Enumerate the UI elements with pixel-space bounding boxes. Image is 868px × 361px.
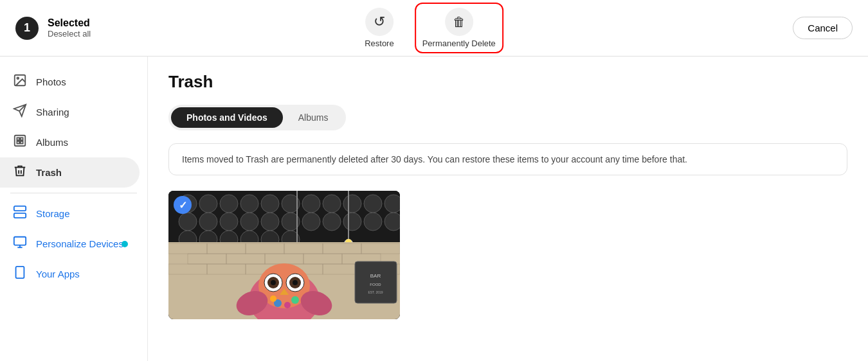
- svg-rect-9: [14, 206, 26, 211]
- tab-albums[interactable]: Albums: [283, 107, 344, 128]
- sidebar-photos-label: Photos: [36, 76, 66, 87]
- permanently-delete-label: Permanently Delete: [422, 39, 496, 48]
- svg-point-85: [291, 296, 299, 304]
- svg-rect-5: [17, 137, 19, 140]
- svg-point-39: [343, 213, 361, 231]
- sidebar-trash-label: Trash: [36, 167, 62, 178]
- svg-point-78: [271, 280, 276, 285]
- svg-point-22: [220, 195, 238, 213]
- photos-grid: ✓: [168, 191, 847, 319]
- main-layout: Photos Sharing Albums Trash Storage: [0, 57, 868, 361]
- svg-text:FOOD: FOOD: [370, 283, 381, 286]
- deselect-all-link[interactable]: Deselect all: [48, 29, 91, 39]
- svg-point-30: [384, 195, 400, 213]
- svg-point-24: [261, 195, 279, 213]
- svg-rect-10: [14, 213, 26, 218]
- permanently-delete-button[interactable]: 🗑 Permanently Delete: [422, 8, 496, 48]
- svg-point-23: [240, 195, 258, 213]
- sidebar-item-sharing[interactable]: Sharing: [0, 97, 140, 127]
- sidebar-item-trash[interactable]: Trash: [0, 157, 140, 188]
- sidebar-sharing-label: Sharing: [36, 107, 69, 118]
- selection-checkmark: ✓: [174, 196, 192, 214]
- trash-icon-circle: 🗑: [445, 8, 473, 36]
- svg-rect-6: [21, 137, 23, 140]
- tabs-container: Photos and Videos Albums: [168, 105, 346, 130]
- svg-point-35: [261, 213, 279, 231]
- sidebar-item-albums[interactable]: Albums: [0, 127, 140, 157]
- sidebar-albums-label: Albums: [36, 137, 68, 148]
- svg-point-79: [293, 280, 298, 285]
- sidebar-item-storage[interactable]: Storage: [0, 198, 140, 229]
- sidebar-apps-label: Your Apps: [36, 269, 80, 279]
- svg-point-31: [179, 213, 197, 231]
- storage-icon: [13, 205, 27, 222]
- toolbar-actions: ↺ Restore 🗑 Permanently Delete: [365, 3, 503, 53]
- restore-icon: ↺: [374, 13, 385, 30]
- sidebar-divider: [10, 193, 137, 193]
- svg-rect-8: [21, 141, 23, 144]
- toolbar: 1 Selected Deselect all ↺ Restore 🗑 Perm…: [0, 0, 868, 57]
- selected-label: Selected: [48, 17, 91, 29]
- sharing-icon: [13, 103, 27, 121]
- svg-point-29: [364, 195, 382, 213]
- photo-thumbnail: BAR FOOD EST. 2019: [168, 191, 400, 319]
- svg-rect-7: [17, 141, 19, 144]
- selected-info: Selected Deselect all: [48, 17, 91, 39]
- cancel-button[interactable]: Cancel: [793, 17, 853, 39]
- albums-icon: [13, 134, 27, 151]
- personalize-icon: [13, 235, 27, 252]
- sidebar-item-photos[interactable]: Photos: [0, 67, 140, 97]
- info-banner: Items moved to Trash are permanently del…: [168, 143, 847, 175]
- sidebar-item-apps[interactable]: Your Apps: [0, 259, 140, 289]
- trash-icon: 🗑: [453, 15, 466, 30]
- svg-point-41: [384, 213, 400, 231]
- svg-text:EST. 2019: EST. 2019: [368, 290, 383, 294]
- sidebar: Photos Sharing Albums Trash Storage: [0, 57, 148, 361]
- page-title: Trash: [168, 72, 847, 92]
- svg-point-28: [343, 195, 361, 213]
- trash-sidebar-icon: [13, 164, 27, 181]
- tab-photos-videos[interactable]: Photos and Videos: [171, 107, 283, 128]
- svg-point-33: [220, 213, 238, 231]
- photo-item[interactable]: ✓: [168, 191, 400, 319]
- svg-point-40: [364, 213, 382, 231]
- svg-point-21: [199, 195, 217, 213]
- sidebar-storage-label: Storage: [36, 208, 70, 219]
- svg-rect-13: [14, 237, 26, 245]
- svg-point-84: [284, 302, 291, 308]
- svg-point-86: [270, 295, 276, 302]
- sidebar-item-personalize[interactable]: Personalize Devices: [0, 229, 140, 259]
- svg-point-34: [240, 213, 258, 231]
- selected-count-badge: 1: [15, 17, 39, 40]
- permanently-delete-wrapper: 🗑 Permanently Delete: [415, 3, 503, 53]
- svg-point-26: [302, 195, 320, 213]
- selected-count: 1: [24, 21, 30, 35]
- svg-point-32: [199, 213, 217, 231]
- restore-label: Restore: [365, 39, 394, 48]
- svg-point-37: [302, 213, 320, 231]
- sidebar-personalize-label: Personalize Devices: [36, 238, 123, 249]
- photos-icon: [13, 73, 27, 91]
- svg-text:BAR: BAR: [370, 273, 381, 279]
- svg-point-38: [323, 213, 341, 231]
- main-content: Trash Photos and Videos Albums Items mov…: [148, 57, 868, 361]
- restore-button[interactable]: ↺ Restore: [365, 8, 394, 48]
- svg-point-27: [323, 195, 341, 213]
- notification-dot: [122, 241, 128, 247]
- restore-icon-circle: ↺: [365, 8, 393, 36]
- apps-icon: [13, 265, 27, 283]
- svg-point-1: [17, 77, 19, 79]
- info-text: Items moved to Trash are permanently del…: [182, 154, 687, 164]
